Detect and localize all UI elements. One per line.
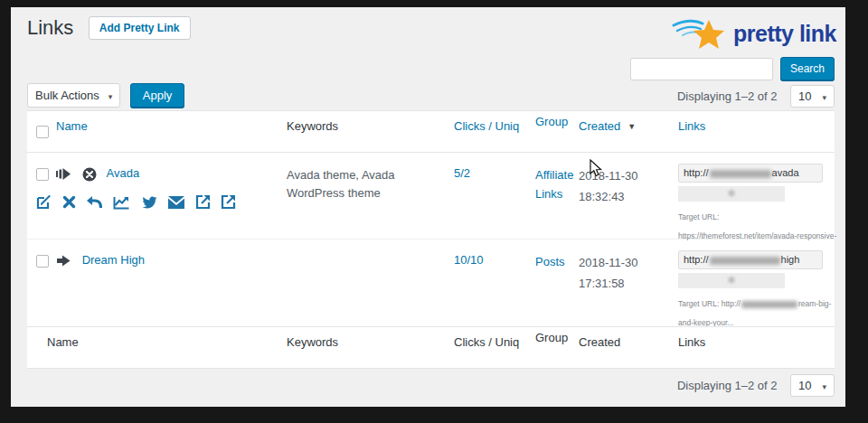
- bulk-actions-label: Bulk Actions: [35, 89, 99, 102]
- column-header-created[interactable]: Created▼: [579, 119, 671, 133]
- redacted-url-segment: [710, 170, 771, 178]
- apply-button[interactable]: Apply: [130, 83, 185, 108]
- delete-icon[interactable]: [62, 195, 76, 209]
- column-header-clicks[interactable]: Clicks / Uniq: [454, 119, 526, 133]
- url-suffix: high: [781, 254, 800, 265]
- redacted-url-segment: [741, 301, 797, 308]
- bulk-actions-select[interactable]: Bulk Actions▾: [27, 83, 120, 108]
- created-timestamp: 2018-11-3018:32:43: [579, 166, 638, 208]
- footer-header-group: Group: [535, 330, 577, 346]
- table-row: Dream High 10/10 Posts 2018-11-3017:31:5…: [27, 240, 835, 326]
- group-link[interactable]: Affiliate Links: [535, 166, 577, 204]
- footer-header-created: Created: [579, 335, 671, 349]
- created-time: 18:32:43: [579, 190, 625, 203]
- pretty-url-field[interactable]: http://avada: [678, 164, 823, 183]
- chevron-down-icon: ▾: [108, 92, 113, 101]
- copy-icon: ✱: [727, 274, 736, 287]
- copy-url-button[interactable]: ✱: [678, 273, 785, 288]
- pretty-url-field[interactable]: http://high: [678, 250, 823, 269]
- url-prefix: http://: [684, 254, 709, 265]
- page-header: Links Add Pretty Link pretty link: [27, 16, 845, 52]
- per-page-select[interactable]: 10▾: [790, 374, 835, 397]
- email-icon[interactable]: [168, 196, 184, 209]
- clicks-link[interactable]: 5/2: [454, 166, 470, 180]
- footer-header-links: Links: [678, 335, 832, 349]
- search-input[interactable]: [630, 58, 773, 80]
- column-header-name[interactable]: Name: [56, 119, 280, 133]
- column-header-links[interactable]: Links: [678, 119, 832, 133]
- admin-page: Links Add Pretty Link pretty link Search…: [11, 7, 845, 407]
- row-checkbox[interactable]: [36, 255, 49, 268]
- table-header-row: Name Keywords Clicks / Uniq Group Create…: [27, 111, 835, 153]
- pagination-top: Displaying 1–2 of 2 10▾: [677, 85, 835, 108]
- created-date: 2018-11-30: [579, 169, 638, 183]
- chevron-down-icon: ▾: [822, 382, 826, 391]
- pretty-link-star-icon: [672, 16, 728, 51]
- link-name[interactable]: Avada: [107, 166, 140, 180]
- search-button[interactable]: Search: [780, 57, 835, 80]
- edit-icon[interactable]: [36, 194, 52, 210]
- target-url-prefix: Target URL: http://: [678, 299, 741, 308]
- column-header-group[interactable]: Group: [535, 114, 577, 130]
- created-time: 17:31:58: [579, 277, 625, 290]
- footer-header-clicks: Clicks / Uniq: [454, 335, 526, 349]
- row-checkbox[interactable]: [36, 168, 49, 181]
- per-page-value: 10: [798, 89, 811, 103]
- created-date: 2018-11-30: [579, 256, 638, 269]
- reset-icon[interactable]: [86, 195, 102, 210]
- displaying-count: Displaying 1–2 of 2: [677, 89, 778, 103]
- pretty-link-logo-text: pretty link: [733, 21, 836, 47]
- arrow-icon: [56, 254, 71, 268]
- table-row: Avada: [27, 153, 835, 240]
- per-page-value: 10: [798, 379, 811, 392]
- table-footer-row: Name Keywords Clicks / Uniq Group Create…: [27, 326, 835, 368]
- open-link-icon[interactable]: [195, 194, 211, 210]
- per-page-select[interactable]: 10▾: [790, 85, 835, 108]
- window-frame: { "page": { "title": "Links", "add_butto…: [0, 0, 868, 423]
- sort-desc-icon: ▼: [627, 122, 636, 131]
- select-all-checkbox[interactable]: [36, 126, 49, 138]
- clicks-link[interactable]: 10/10: [454, 253, 484, 267]
- created-timestamp: 2018-11-3017:31:58: [579, 253, 638, 295]
- stats-icon[interactable]: [113, 195, 130, 210]
- column-header-keywords: Keywords: [287, 119, 449, 133]
- created-header-label: Created: [579, 119, 620, 133]
- disabled-icon: [82, 167, 97, 182]
- open-pretty-link-icon[interactable]: [221, 194, 236, 210]
- add-pretty-link-button[interactable]: Add Pretty Link: [89, 16, 191, 40]
- page-title: Links: [27, 16, 73, 40]
- displaying-count: Displaying 1–2 of 2: [677, 379, 778, 392]
- group-link[interactable]: Posts: [535, 253, 565, 272]
- pagination-bottom: Displaying 1–2 of 2 10▾: [677, 374, 835, 397]
- url-suffix: avada: [772, 167, 799, 178]
- chevron-down-icon: ▾: [822, 93, 826, 102]
- keywords-text: Avada theme, Avada WordPress theme: [287, 166, 449, 202]
- twitter-icon[interactable]: [141, 195, 158, 210]
- copy-icon: ✱: [727, 187, 736, 200]
- pretty-link-logo: pretty link: [672, 16, 836, 51]
- list-controls: Bulk Actions▾ Apply Displaying 1–2 of 2 …: [27, 83, 835, 110]
- row-actions: [36, 194, 243, 210]
- redacted-url-segment: [710, 257, 780, 265]
- pretty-bar-icon: [56, 167, 71, 181]
- footer-header-name: Name: [47, 335, 271, 349]
- copy-url-button[interactable]: ✱: [678, 186, 785, 202]
- url-prefix: http://: [684, 167, 709, 178]
- links-table: Name Keywords Clicks / Uniq Group Create…: [27, 110, 835, 369]
- link-name[interactable]: Dream High: [82, 253, 145, 267]
- footer-header-keywords: Keywords: [287, 335, 449, 349]
- search-area: Search: [630, 57, 835, 82]
